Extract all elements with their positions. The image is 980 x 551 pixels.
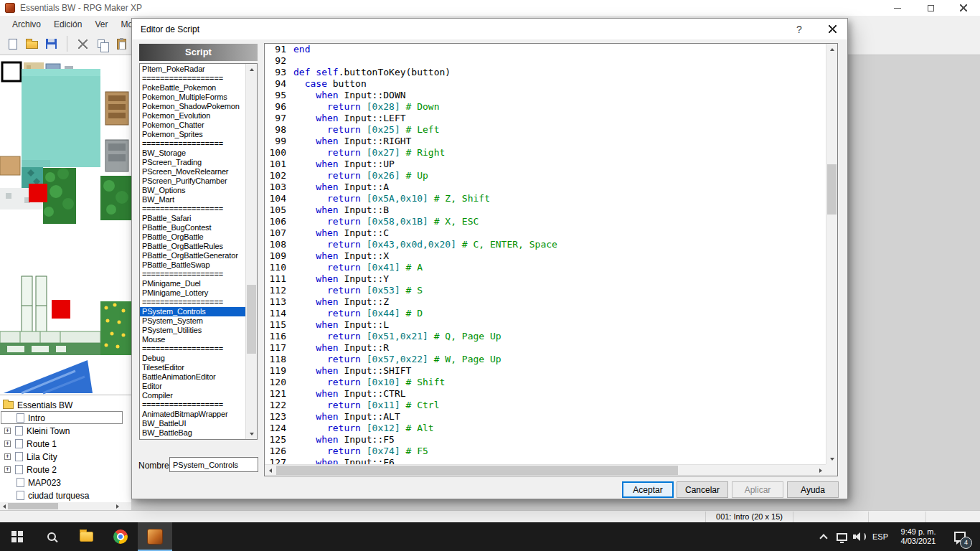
code-line[interactable]: 109 when Input::X xyxy=(265,250,826,262)
script-name-input[interactable] xyxy=(169,457,258,472)
script-list-item[interactable]: BW_Mart xyxy=(140,195,245,204)
script-list-scrollbar[interactable] xyxy=(245,64,257,439)
script-list-item[interactable]: PBattle_OrgBattle xyxy=(140,232,245,242)
tree-item-ciudad-turquesa[interactable]: ciudad turquesa xyxy=(0,489,131,501)
code-line[interactable]: 120 return [0x10] # Shift xyxy=(265,377,826,388)
code-line[interactable]: 100 return [0x27] # Right xyxy=(265,147,826,159)
language-button[interactable]: ESP xyxy=(870,522,891,551)
paste-button[interactable] xyxy=(112,34,131,53)
scrollbar-thumb[interactable] xyxy=(827,164,837,215)
code-line[interactable]: 92 xyxy=(265,55,826,67)
script-list-item[interactable]: ================== xyxy=(140,344,245,354)
code-line[interactable]: 106 return [0x58,0x1B] # X, ESC xyxy=(265,216,826,227)
expand-icon[interactable]: + xyxy=(4,466,11,473)
code-line[interactable]: 102 return [0x26] # Up xyxy=(265,170,826,182)
scrollbar-thumb[interactable] xyxy=(8,503,58,509)
script-list-item[interactable]: Pokemon_Evolution xyxy=(140,111,245,121)
expand-icon[interactable]: + xyxy=(4,453,11,460)
menu-ver[interactable]: Ver xyxy=(88,16,114,33)
code-line[interactable]: 95 when Input::DOWN xyxy=(265,90,826,101)
script-list-item[interactable]: BW_Storage xyxy=(140,149,245,158)
script-list-item[interactable]: Pokemon_Sprites xyxy=(140,130,245,139)
rpg-maker-xp-taskbar-button[interactable] xyxy=(138,522,172,551)
menu-archivo[interactable]: Archivo xyxy=(6,16,47,33)
minimize-button[interactable] xyxy=(881,0,914,16)
code-line[interactable]: 113 when Input::Z xyxy=(265,296,826,308)
script-list-item[interactable]: PSystem_Controls xyxy=(140,307,245,316)
tree-root-essentials-bw[interactable]: Essentials BW xyxy=(0,398,131,411)
code-line[interactable]: 93def self.buttonToKey(button) xyxy=(265,67,826,78)
code-line[interactable]: 107 when Input::C xyxy=(265,227,826,239)
code-line[interactable]: 110 return [0x41] # A xyxy=(265,262,826,273)
help-button[interactable]: ? xyxy=(788,19,810,39)
script-list-item[interactable]: PBattle_OrgBattleRules xyxy=(140,242,245,251)
code-line[interactable]: 104 return [0x5A,0x10] # Z, Shift xyxy=(265,193,826,204)
code-line[interactable]: 97 when Input::LEFT xyxy=(265,113,826,124)
file-explorer-button[interactable] xyxy=(69,522,103,551)
chrome-button[interactable] xyxy=(103,522,138,551)
code-line[interactable]: 101 when Input::UP xyxy=(265,159,826,170)
code-line[interactable]: 127 when Input::F6 xyxy=(265,457,826,464)
script-list-item[interactable]: ================== xyxy=(140,139,245,149)
script-list-item[interactable]: BW_Options xyxy=(140,186,245,195)
ayuda-button[interactable]: Ayuda xyxy=(787,481,839,498)
code-line[interactable]: 114 return [0x44] # D xyxy=(265,308,826,319)
code-line[interactable]: 119 when Input::SHIFT xyxy=(265,365,826,377)
volume-button[interactable] xyxy=(851,522,870,551)
script-list-item[interactable]: PBattle_BattleSwap xyxy=(140,260,245,270)
script-list-item[interactable]: ================== xyxy=(140,204,245,214)
scroll-down-button[interactable] xyxy=(826,453,837,464)
dialog-titlebar[interactable]: Editor de Script ? xyxy=(132,19,847,39)
code-line[interactable]: 123 when Input::ALT xyxy=(265,411,826,423)
script-list-item[interactable]: PBattle_OrgBattleGenerator xyxy=(140,251,245,260)
code-line[interactable]: 105 when Input::B xyxy=(265,204,826,216)
tree-item-lila-city[interactable]: +Lila City xyxy=(0,450,131,463)
tree-horizontal-scrollbar[interactable] xyxy=(0,502,131,510)
aceptar-button[interactable]: Aceptar xyxy=(622,481,674,498)
script-list-item[interactable]: BW_BattleUI xyxy=(140,419,245,428)
script-list-item[interactable]: PokeBattle_Pokemon xyxy=(140,83,245,93)
code-line[interactable]: 94 case button xyxy=(265,78,826,90)
expand-icon[interactable]: + xyxy=(4,441,11,447)
code-line[interactable]: 121 when Input::CTRL xyxy=(265,388,826,400)
code-line[interactable]: 118 return [0x57,0x22] # W, Page Up xyxy=(265,354,826,365)
expand-icon[interactable]: + xyxy=(4,428,11,434)
script-list-item[interactable]: ================== xyxy=(140,400,245,410)
new-project-button[interactable] xyxy=(3,34,22,53)
script-list-item[interactable]: PMinigame_Duel xyxy=(140,279,245,288)
code-line[interactable]: 117 when Input::R xyxy=(265,342,826,354)
script-list-item[interactable]: PSystem_System xyxy=(140,316,245,326)
tree-item-route-2[interactable]: +Route 2 xyxy=(0,463,131,476)
network-button[interactable] xyxy=(832,522,851,551)
code-line[interactable]: 125 when Input::F5 xyxy=(265,434,826,446)
dialog-close-button[interactable] xyxy=(821,19,843,39)
code-line[interactable]: 96 return [0x28] # Down xyxy=(265,101,826,113)
close-button[interactable] xyxy=(947,0,980,16)
code-line[interactable]: 91end xyxy=(265,44,826,55)
scroll-down-button[interactable] xyxy=(246,428,257,439)
tree-item-route-1[interactable]: +Route 1 xyxy=(0,437,131,450)
script-list-item[interactable]: Pokemon_Chatter xyxy=(140,121,245,130)
scroll-right-arrow[interactable] xyxy=(113,502,121,510)
tree-item-kleini-town[interactable]: +Kleini Town xyxy=(0,424,131,437)
code-line[interactable]: 124 return [0x12] # Alt xyxy=(265,423,826,434)
open-project-button[interactable] xyxy=(22,34,42,53)
menu-edición[interactable]: Edición xyxy=(47,16,88,33)
search-button[interactable] xyxy=(34,522,69,551)
code-line[interactable]: 99 when Input::RIGHT xyxy=(265,136,826,147)
maximize-button[interactable] xyxy=(914,0,947,16)
start-button[interactable] xyxy=(0,522,34,551)
script-list-item[interactable]: TilesetEditor xyxy=(140,363,245,372)
save-project-button[interactable] xyxy=(42,34,61,53)
clock[interactable]: 9:49 p. m. 4/03/2021 xyxy=(891,522,946,551)
action-center-button[interactable]: 4 xyxy=(946,522,974,551)
script-list-item[interactable]: PBattle_Safari xyxy=(140,214,245,223)
cancelar-button[interactable]: Cancelar xyxy=(677,481,728,498)
script-list-item[interactable]: PItem_PokeRadar xyxy=(140,65,245,74)
editor-vertical-scrollbar[interactable] xyxy=(826,44,837,464)
editor-horizontal-scrollbar[interactable] xyxy=(265,464,826,476)
script-list-item[interactable]: Compiler xyxy=(140,391,245,400)
code-line[interactable]: 116 return [0x51,0x21] # Q, Page Up xyxy=(265,331,826,342)
script-list-item[interactable]: ================== xyxy=(140,270,245,279)
script-list-item[interactable]: PSystem_Utilities xyxy=(140,326,245,335)
